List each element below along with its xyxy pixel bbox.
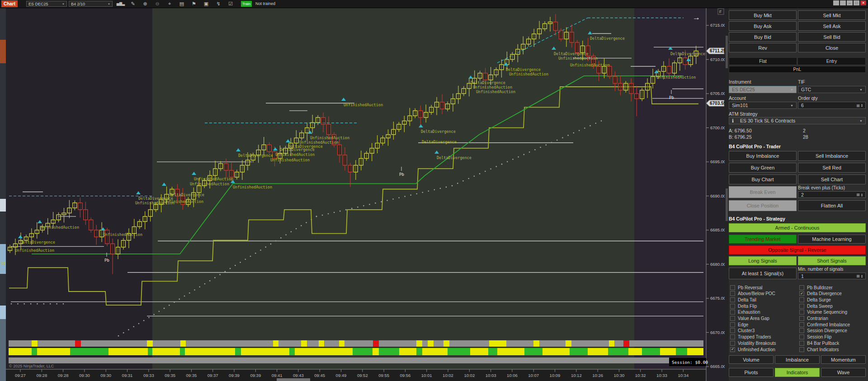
zigzag-icon[interactable]: ↯ [213,0,224,8]
zoom-in-icon[interactable]: ⊕ [140,0,151,8]
chart-indicators-checkbox[interactable] [799,347,804,352]
tif-dropdown[interactable]: GTC▼ [798,86,866,93]
wave-tab[interactable]: Wave [821,368,866,377]
volatility-breakouts-checkbox[interactable] [730,341,735,346]
scrollbar-thumb[interactable] [726,188,728,221]
cluster3-checkbox[interactable] [730,328,735,333]
pencil-icon[interactable]: ✎ [127,0,138,8]
machine-learning-button[interactable]: Machine Learning [798,235,866,244]
calculator-icon[interactable]: ▦ [856,193,860,197]
trapped-traders-checkbox[interactable] [730,334,735,339]
sell-mkt-button[interactable]: Sell Mkt [798,10,866,20]
train-status-text: Not trained [255,1,275,6]
hscrollbar-thumb[interactable] [277,378,310,381]
info-icon[interactable]: ℹ [732,118,734,123]
minimize-button[interactable]: ‒ [847,0,853,5]
delta-sweep-checkbox[interactable] [799,304,804,309]
volume-tab[interactable]: Volume [729,355,774,364]
buy-ask-button[interactable]: Buy Ask [729,21,797,31]
qty-down-icon[interactable]: ▾ [861,105,863,107]
pivots-tab[interactable]: Pivots [729,368,774,377]
indicators-tab[interactable]: Indicators [775,368,820,377]
chevron-down-icon: ▼ [108,3,110,5]
buy-bid-button[interactable]: Buy Bid [729,32,797,42]
buy-mkt-button[interactable]: Buy Mkt [729,10,797,20]
above-below-poc-checkbox[interactable] [730,291,735,296]
short-signals-button[interactable]: Short Signals [798,256,866,265]
ask-quote-row: A: 6796.502 [729,128,866,134]
scrollbar-thumb[interactable] [726,36,728,68]
entry-button[interactable]: Entry [797,57,866,65]
delta-tail-checkbox[interactable] [730,297,735,302]
sell-chart-button[interactable]: Sell Chart [798,174,866,184]
svg-text:DeltaDivergence: DeltaDivergence [20,240,55,245]
instrument-selector[interactable]: ES DEC25 ▼ [26,1,67,7]
rev-button[interactable]: Rev [729,43,797,52]
value-area-gap-checkbox[interactable] [730,316,735,321]
long-signals-button[interactable]: Long Signals [729,256,797,265]
zoom-out-icon[interactable]: ⊖ [152,0,163,8]
min-signals-input[interactable]: 1▦▴▾ [798,273,866,279]
pb-bulldozer-checkbox[interactable] [799,285,804,290]
contrarian-checkbox[interactable] [799,316,804,321]
flat-button[interactable]: Flat [729,57,797,65]
break-even-button[interactable]: Break Even [729,186,797,198]
buy-imbalance-button[interactable]: Buy Imbalance [729,151,797,161]
trending-market-button[interactable]: Trending Market [729,235,797,244]
crosshair-icon[interactable]: ⌖ [164,0,175,8]
session-divergence-checkbox[interactable] [799,328,804,333]
svg-text:UnfinishedAuction: UnfinishedAuction [473,85,512,89]
imbalance-tab[interactable]: Imbalance [775,355,820,364]
study-selector[interactable]: B4 2/10 ▼ [69,1,113,7]
sell-imbalance-button[interactable]: Sell Imbalance [798,151,866,161]
svg-text:Session: $0.00: Session: $0.00 [672,360,708,365]
delta-divergence-checkbox[interactable]: ✓ [799,291,804,296]
calculator-icon[interactable]: ▦ [856,103,860,108]
momentum-tab[interactable]: Momentum [821,355,866,364]
panel-divider[interactable] [725,8,729,381]
break-even-plus-input[interactable]: 2▦▴▾ [798,191,866,198]
b4-bar-pullback-checkbox[interactable] [799,341,804,346]
edge-checkbox[interactable] [730,322,735,327]
flag-icon[interactable]: ⚑ [189,0,199,8]
at-least-signals-button[interactable]: At least 1 Signal(s) [729,268,797,279]
armed-continuous-button[interactable]: Armed - Continuous [729,223,866,232]
report-icon[interactable]: ▤ [176,0,187,8]
panel-icon-2[interactable] [840,0,846,5]
instrument-dropdown[interactable]: ES DEC25▼ [729,86,797,93]
unfinished-auction-checkbox[interactable]: ✓ [730,347,735,352]
sell-red-button[interactable]: Sell Red [798,163,866,173]
checklist-icon[interactable]: ☑ [225,0,236,8]
opposite-signal-button[interactable]: Opposite Signal - Reverse [729,245,866,254]
svg-text:UnfinishedAuction: UnfinishedAuction [476,89,515,94]
delta-flip-checkbox[interactable] [730,304,735,309]
min-down-icon[interactable]: ▾ [861,276,863,278]
delta-surge-checkbox[interactable] [799,297,804,302]
snapshot-icon[interactable]: ▣ [201,0,212,8]
go-to-latest-arrow-icon[interactable]: → [693,13,700,22]
volume-sequencing-checkbox[interactable] [799,310,804,315]
be-down-icon[interactable]: ▾ [861,195,863,197]
train-button[interactable]: Train [241,1,252,7]
bars-icon[interactable]: ▅▇▃ [115,0,126,8]
signal-checkbox-row: Session Flip [799,334,867,340]
chart-tab[interactable]: Chart [1,0,18,7]
buy-chart-button[interactable]: Buy Chart [729,174,797,184]
order-qty-input[interactable]: 6▦▴▾ [798,102,866,109]
pb-reversal-checkbox[interactable] [730,285,735,290]
atm-strategy-dropdown[interactable]: ℹES 30 Tick SL 6 Contracts▼ [729,117,866,124]
confirmed-imbalance-checkbox[interactable] [799,322,804,327]
account-dropdown[interactable]: Sim101▼ [729,102,797,109]
close-button[interactable]: ✕ [860,0,866,5]
panel-icon-1[interactable] [833,0,839,5]
exhaustion-checkbox[interactable] [730,310,735,315]
close-button[interactable]: Close [798,43,866,52]
buy-green-button[interactable]: Buy Green [729,163,797,173]
sell-bid-button[interactable]: Sell Bid [798,32,866,42]
close-position-button[interactable]: Close Position [729,200,797,211]
flatten-all-button[interactable]: Flatten All [798,200,866,211]
session-flip-checkbox[interactable] [799,334,804,339]
sell-ask-button[interactable]: Sell Ask [798,21,866,31]
calculator-icon[interactable]: ▦ [856,274,860,278]
maximize-button[interactable]: □ [854,0,859,5]
